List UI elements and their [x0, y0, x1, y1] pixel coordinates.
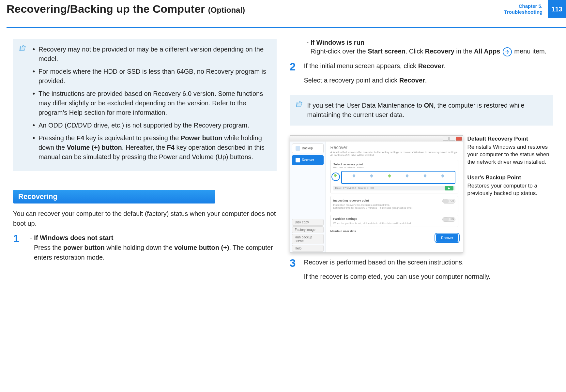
step-3-line2: If the recover is completed, you can use…	[304, 272, 553, 281]
section-header-recovering: Recovering	[13, 190, 215, 204]
backup-point-pin[interactable]	[441, 174, 445, 180]
sidebar-item-backup[interactable]: Backup	[292, 143, 324, 153]
intro-text: You can recover your computer to the def…	[13, 209, 277, 228]
sidebar-item-disk-copy[interactable]: Disk copy	[292, 219, 324, 226]
step-2-line1: If the initial menu screen appears, clic…	[304, 61, 553, 71]
header-rule	[7, 27, 566, 28]
all-apps-icon	[503, 47, 512, 56]
chapter-label: Chapter 5. Troubleshooting	[502, 2, 545, 16]
app-main-desc: A function that recovers the computer to…	[330, 151, 459, 157]
step-3: 3 Recover is performed based on the scre…	[290, 257, 553, 286]
window-titlebar	[290, 136, 463, 142]
sidebar-item-run-backup-server[interactable]: Run backup server	[292, 234, 324, 244]
select-recovery-label: Select recovery point.	[333, 163, 456, 166]
title-optional: (Optional)	[208, 6, 245, 14]
select-recovery-sub: Recover to selected status.	[333, 166, 456, 169]
step-number: 2	[290, 61, 299, 90]
recovery-app-window: Backup Recover Disk copy Factory image R…	[290, 135, 464, 253]
step-2-line2: Select a recovery point and click Recove…	[304, 75, 553, 85]
recover-button[interactable]: Recover	[436, 234, 458, 242]
sidebar-item-help[interactable]: Help	[292, 245, 324, 252]
partition-title: Partition settings	[333, 217, 358, 220]
default-recovery-point-pin[interactable]	[333, 174, 337, 181]
left-column: Recovery may not be provided or may be a…	[13, 39, 277, 291]
recovery-date-bar: Date : 07/14/2012 | Source : HDD ▶	[333, 186, 456, 190]
recovery-screenshot-block: Backup Recover Disk copy Factory image R…	[290, 135, 553, 253]
backup-point-pin[interactable]	[388, 174, 391, 180]
page-header: Recovering/Backing up the Computer (Opti…	[0, 0, 566, 18]
inspect-toggle[interactable]: OFFON	[442, 199, 455, 204]
note-item: The instructions are provided based on R…	[33, 89, 270, 117]
step-2: 2 If the initial menu screen appears, cl…	[290, 61, 553, 90]
backup-point-pin[interactable]	[423, 174, 427, 180]
note-icon	[18, 44, 27, 53]
step-1-variant-a: - If Windows does not start	[30, 233, 277, 243]
partition-toggle[interactable]: OFFON	[442, 217, 455, 222]
sidebar-item-factory-image[interactable]: Factory image	[292, 226, 324, 233]
step-number: 3	[290, 257, 299, 286]
step-number: 1	[13, 233, 23, 267]
right-column: - If Windows is run Right-click over the…	[290, 39, 553, 291]
window-maximize-icon[interactable]	[449, 137, 455, 141]
note-item: Recovery may not be provided or may be a…	[33, 45, 270, 64]
backup-point-pin[interactable]	[370, 174, 374, 180]
page-number-badge: 113	[548, 0, 566, 18]
step-1: 1 - If Windows does not start Press the …	[13, 233, 277, 267]
chapter-line1: Chapter 5.	[504, 3, 543, 9]
svg-point-2	[508, 51, 509, 52]
maintain-user-data-label: Maintain user data	[330, 230, 459, 233]
go-button[interactable]: ▶	[445, 186, 453, 190]
svg-point-1	[507, 51, 508, 52]
chapter-line2: Troubleshooting	[504, 9, 543, 15]
page-title: Recovering/Backing up the Computer (Opti…	[7, 0, 489, 18]
inspect-title: Inspecting recovery point	[333, 199, 369, 202]
recovery-timeline[interactable]	[341, 171, 456, 184]
window-close-icon[interactable]	[456, 137, 462, 141]
partition-panel: Partition settings OFFON When the partit…	[330, 215, 459, 227]
step-3-line1: Recover is performed based on the screen…	[304, 257, 553, 267]
annotation-user-backup-point: User's Backup Point Restores your comput…	[467, 174, 553, 197]
app-main-title: Recover	[330, 145, 459, 150]
backup-point-pin[interactable]	[352, 174, 356, 180]
annotation-default-point: Default Recovery Point Reinstalls Window…	[467, 135, 553, 166]
note-user-data: If you set the User Data Maintenance to …	[290, 95, 553, 126]
sidebar-item-recover[interactable]: Recover	[292, 155, 324, 165]
note-item: For models where the HDD or SSD is less …	[33, 67, 270, 86]
info-note-box: Recovery may not be provided or may be a…	[13, 39, 277, 171]
svg-point-0	[505, 51, 506, 52]
app-main-panel: Recover A function that recovers the com…	[326, 142, 463, 252]
annotations: Default Recovery Point Reinstalls Window…	[467, 135, 553, 253]
backup-point-pin[interactable]	[405, 174, 409, 180]
svg-point-3	[507, 50, 508, 51]
app-sidebar: Backup Recover Disk copy Factory image R…	[290, 142, 326, 252]
recover-icon	[296, 158, 300, 162]
note-item: Pressing the F4 key is equivalent to pre…	[33, 133, 270, 162]
inspect-panel: Inspecting recovery point OFFON Inspecti…	[330, 196, 459, 212]
backup-icon	[296, 146, 300, 151]
step-1a-body: Press the power button while holding dow…	[34, 243, 277, 262]
note-item: An ODD (CD/DVD drive, etc.) is not suppo…	[33, 121, 270, 130]
header-right: Chapter 5. Troubleshooting 113	[489, 0, 566, 18]
window-minimize-icon[interactable]	[443, 137, 449, 141]
step-1b-body: Right-click over the Start screen. Click…	[311, 46, 553, 56]
select-recovery-panel: Select recovery point. Recover to select…	[330, 160, 459, 193]
step-1-variant-b: - If Windows is run	[307, 39, 553, 46]
title-text: Recovering/Backing up the Computer	[7, 3, 205, 15]
svg-point-4	[507, 53, 508, 53]
note-icon	[295, 100, 303, 109]
